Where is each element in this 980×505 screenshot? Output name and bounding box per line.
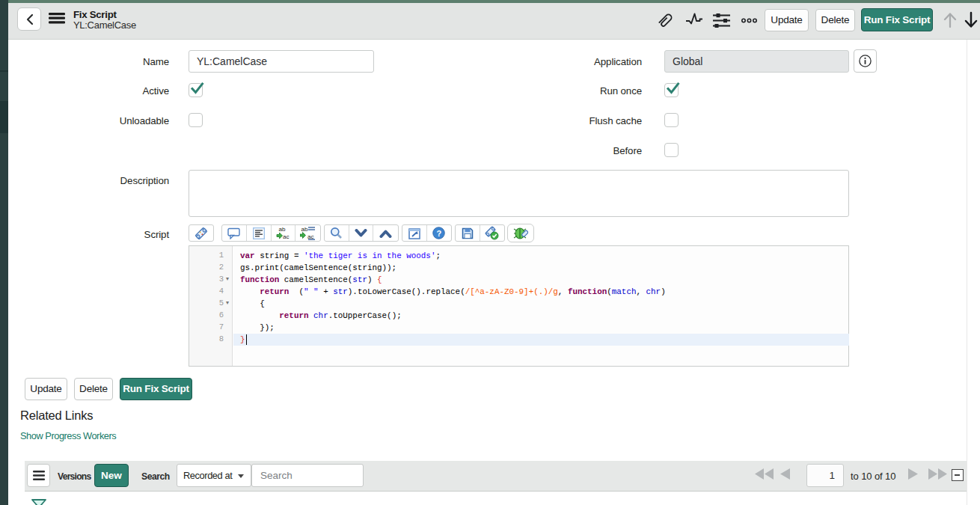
- svg-text:ab: ab: [278, 226, 285, 233]
- svg-text:ac: ac: [307, 233, 313, 240]
- svg-text:ac: ac: [283, 233, 289, 240]
- svg-text:?: ?: [437, 229, 442, 238]
- svg-text:ab: ab: [301, 226, 308, 233]
